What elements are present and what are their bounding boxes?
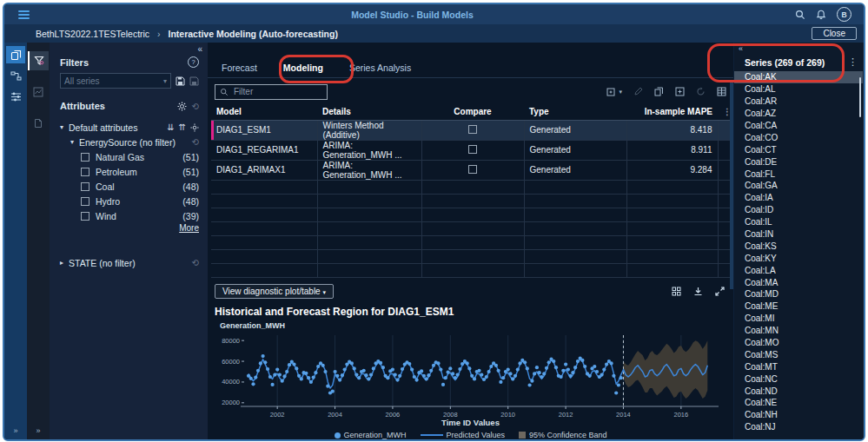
checkbox[interactable] [81,153,89,162]
series-list-item[interactable]: Coal:KY [734,252,863,264]
pipelines-icon[interactable] [6,67,25,84]
series-list-item[interactable]: Coal:MA [734,276,863,288]
series-list-item[interactable]: Coal:CT [734,143,863,155]
series-list-item[interactable]: Coal:AK [734,71,863,83]
series-list-item[interactable]: Coal:MS [734,348,863,360]
series-list-item[interactable]: Coal:ND [734,385,863,397]
series-list-item[interactable]: Coal:KS [734,240,863,252]
series-list-item[interactable]: Coal:ME [734,300,863,313]
collapse-all-icon[interactable]: ⇈ [179,122,186,132]
series-list-item[interactable]: Coal:AL [734,83,863,96]
default-attributes-node[interactable]: ▾ Default attributes ⇊ ⇈ [60,120,199,135]
export-model-icon[interactable]: ▾ [606,87,622,96]
table-options-icon[interactable]: ⋮ [718,104,730,121]
tab-forecast[interactable]: Forecast [220,59,259,76]
series-list-item[interactable]: Coal:MI [734,313,863,325]
series-list-item[interactable]: Coal:AZ [734,108,863,120]
notifications-bell-icon[interactable] [816,10,826,20]
series-list-item[interactable]: Coal:GA [734,180,863,192]
compare-checkbox[interactable] [468,125,477,134]
series-list-item[interactable]: Coal:ID [734,204,863,216]
filter-checkbox-item[interactable]: Hydro (48) [60,194,199,208]
model-row-diag1_arimax1[interactable]: DIAG1_ARIMAX1ARIMA: Generation_MWH ...Ge… [211,160,730,180]
help-icon[interactable]: ? [188,56,199,68]
series-list-item[interactable]: Coal:NH [734,409,863,421]
column-header-model[interactable]: Model [211,104,317,121]
save-filter-as-icon[interactable] [189,76,199,86]
series-list-item[interactable]: Coal:MD [734,288,863,300]
series-list-item[interactable]: Coal:CA [734,120,863,132]
expand-all-icon[interactable]: ⇊ [167,122,174,132]
series-list-item[interactable]: Coal:MT [734,360,863,373]
series-list-item[interactable]: Coal:CO [734,131,863,143]
attributes-gear-icon[interactable] [177,102,187,111]
checkbox[interactable] [81,197,89,206]
breadcrumb-project[interactable]: BethLTS2022.1TESTelectric [36,29,149,39]
tab-series-analysis[interactable]: Series Analysis [348,59,413,76]
series-list-item[interactable]: Coal:FL [734,168,863,180]
series-list-item[interactable]: Coal:NJ [734,421,863,433]
series-list-item[interactable]: Coal:MO [734,337,863,349]
series-menu-kebab-icon[interactable]: ⋮ [848,56,858,68]
series-list-item[interactable]: Coal:LA [734,264,863,276]
settings-sliders-icon[interactable] [6,88,25,105]
series-list-item[interactable]: Coal:AR [734,96,863,108]
grid-layout-icon[interactable] [672,287,681,296]
data-pane-icon[interactable] [6,46,25,63]
series-list-item[interactable]: Coal:IL [734,216,863,228]
series-scrollbar[interactable] [859,77,861,117]
series-list-item[interactable]: Coal:NC [734,373,863,385]
filter-checkbox-item[interactable]: Wind (39) [60,208,199,223]
refresh-icon[interactable] [696,87,706,96]
user-avatar[interactable]: B [837,7,851,22]
model-row-diag1_regarima1[interactable]: DIAG1_REGARIMA1ARIMA: Generation_MWH ...… [211,140,730,160]
energysource-group-node[interactable]: ▾ EnergySource (no filter) ⟲ [60,135,199,149]
compare-checkbox[interactable] [468,165,477,174]
add-model-icon[interactable] [675,87,685,96]
column-header-in-sample-mape[interactable]: In-sample MAPE [626,104,718,121]
column-header-compare[interactable]: Compare [421,104,524,121]
chevron-expanded-icon[interactable]: ▾ [70,138,79,146]
table-view-icon[interactable] [717,87,726,96]
chevron-expanded-icon[interactable]: ▾ [60,123,69,131]
copy-model-icon[interactable] [654,87,664,96]
chart-tool-icon[interactable] [29,82,48,102]
filters-tool-icon[interactable] [28,51,49,70]
table-filter-input[interactable] [232,86,314,97]
compare-checkbox[interactable] [468,145,477,154]
series-list-item[interactable]: Coal:IN [734,228,863,241]
series-list-item[interactable]: Coal:DE [734,155,863,168]
forecast-chart[interactable]: 2000040000600008000020022004200620082010… [209,330,727,417]
document-tool-icon[interactable] [29,114,48,133]
series-list-item[interactable]: Coal:MN [734,325,863,337]
download-icon[interactable] [693,287,703,296]
series-list-item[interactable]: Coal:NE [734,397,863,409]
save-filter-icon[interactable] [176,76,185,86]
tab-modeling[interactable]: Modeling [282,59,325,76]
series-list-view-icon[interactable] [865,56,865,74]
filter-checkbox-item[interactable]: Natural Gas (51) [60,149,199,164]
expand-outer-rail-icon[interactable]: » [13,426,17,439]
collapse-filters-panel-icon[interactable]: « [197,44,202,54]
close-button[interactable]: Close [812,27,857,40]
series-list-item[interactable]: Coal:IA [734,192,863,204]
default-attributes-gear-icon[interactable] [190,123,199,132]
filter-checkbox-item[interactable]: Coal (48) [60,179,199,194]
chevron-collapsed-icon[interactable]: ▸ [60,259,69,267]
state-group-node[interactable]: ▸ STATE (no filter) ⟲ [60,255,199,270]
expand-inner-rail-icon[interactable]: » [36,426,40,439]
collapse-series-panel-icon[interactable]: « [739,44,743,53]
series-filter-dropdown[interactable]: All series ▾ [60,73,171,89]
column-header-details[interactable]: Details [317,104,421,121]
checkbox[interactable] [81,212,89,221]
more-link[interactable]: More [179,223,199,236]
view-diagnostic-dropdown[interactable]: View diagnostic plot/table ▾ [215,284,334,299]
model-row-diag1_esm1[interactable]: DIAG1_ESM1Winters Method (Additive)Gener… [211,120,730,140]
search-icon[interactable] [795,10,805,20]
maximize-icon[interactable] [715,287,725,296]
checkbox[interactable] [81,182,89,191]
hamburger-menu-icon[interactable] [18,10,30,19]
checkbox[interactable] [81,168,89,176]
column-header-type[interactable]: Type [524,104,626,121]
edit-pencil-icon[interactable] [633,87,643,96]
